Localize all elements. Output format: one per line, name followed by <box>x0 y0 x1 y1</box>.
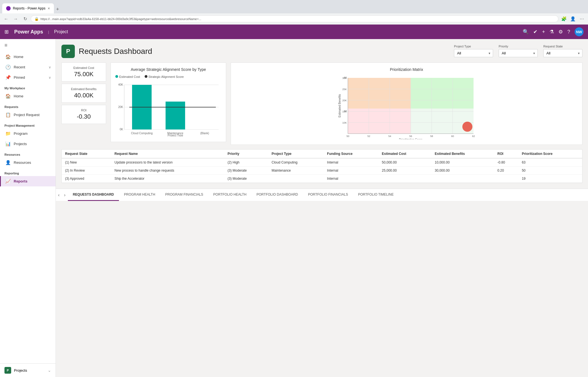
sidebar-item-project-request[interactable]: 📋 Project Request <box>0 110 56 120</box>
sidebar-item-program[interactable]: 📁 Program <box>0 128 56 139</box>
table-cell-2: (3) Moderate <box>224 167 268 175</box>
bar-maintenance[interactable] <box>166 102 185 129</box>
request-state-select[interactable]: All <box>543 49 582 57</box>
reports-icon: 📈 <box>5 179 11 184</box>
charts-kpi-row: Estimated Cost 75.00K Estimated Benefits… <box>61 63 582 145</box>
svg-text:25K: 25K <box>342 88 347 91</box>
tab-portfolio-dashboard[interactable]: PORTFOLIO DASHBOARD <box>252 189 303 201</box>
tab-nav-prev[interactable]: ‹ <box>56 189 62 201</box>
user-avatar[interactable]: NW <box>575 27 584 36</box>
sidebar-item-reports[interactable]: 📈 Reports <box>0 176 56 186</box>
svg-text:Cloud Computing: Cloud Computing <box>131 132 152 135</box>
app-header: ⊞ Power Apps | Project 🔍 ✔ + ⚗ ⚙ ? NW <box>0 25 588 39</box>
col-roi: ROI <box>494 150 518 158</box>
help-icon[interactable]: ? <box>567 29 570 35</box>
sidebar-item-projects[interactable]: 📊 Projects <box>0 139 56 149</box>
tab-program-health[interactable]: PROGRAM HEALTH <box>119 189 160 201</box>
sidebar-item-recent[interactable]: 🕐 Recent ∨ <box>0 62 56 72</box>
grid-icon[interactable]: ⊞ <box>4 29 9 35</box>
bottom-tabs: ‹ › REQUESTS DASHBOARD PROGRAM HEALTH PR… <box>56 189 588 201</box>
sidebar-item-label: Resources <box>14 160 31 165</box>
sidebar-item-resources[interactable]: 👤 Resources <box>0 157 56 168</box>
tab-favicon <box>6 6 11 11</box>
checklist-icon[interactable]: ✔ <box>533 29 537 35</box>
svg-text:54: 54 <box>388 135 391 138</box>
tab-close-button[interactable]: × <box>48 6 50 11</box>
browser-controls: ← → ↻ 🔒 https://...main.aspx?appid=edb33… <box>0 13 588 25</box>
table-cell-1: New process to handle change requests <box>111 167 224 175</box>
extensions-button[interactable]: 🧩 <box>560 15 568 23</box>
kpi-estimated-benefits-label: Estimated Benefits <box>66 87 101 91</box>
bar-chart-svg: 40K 20K 0K <box>115 81 221 136</box>
tab-portfolio-health[interactable]: PORTFOLIO HEALTH <box>208 189 252 201</box>
data-table: Request State Request Name Priority Proj… <box>62 150 582 183</box>
kpi-estimated-benefits-value: 40.00K <box>66 92 101 99</box>
kpi-estimated-cost-label: Estimated Cost <box>66 66 101 69</box>
tab-portfolio-financials[interactable]: PORTFOLIO FINANCIALS <box>303 189 353 201</box>
projects-icon: 📊 <box>5 141 11 147</box>
program-icon: 📁 <box>5 131 11 136</box>
table-cell-8: 50 <box>518 167 582 175</box>
kpi-roi: ROI -0.30 <box>61 105 106 124</box>
search-icon[interactable]: 🔍 <box>523 29 529 35</box>
matrix-bubble[interactable] <box>462 122 472 132</box>
table-cell-4: Internal <box>324 158 378 167</box>
new-tab-button[interactable]: + <box>54 5 61 13</box>
filter-icon[interactable]: ⚗ <box>549 29 554 35</box>
section-resources: Resources <box>0 149 56 157</box>
sidebar-bottom-projects[interactable]: P Projects ⌄ <box>0 363 56 377</box>
table-cell-1: Update processors to the latest version <box>111 158 224 167</box>
add-icon[interactable]: + <box>542 29 545 35</box>
active-tab[interactable]: Reports - Power Apps × <box>2 3 54 13</box>
sidebar-toggle[interactable]: ≡ <box>0 39 56 52</box>
priority-select-wrapper[interactable]: All <box>499 49 538 57</box>
svg-rect-14 <box>348 109 411 134</box>
matrix-chart-title: Prioritization Matrix <box>235 67 578 72</box>
sidebar-item-label: Recent <box>14 65 25 69</box>
sidebar-item-label: Pinned <box>14 75 25 80</box>
legend-item-alignment: Strategic Alignment Score <box>145 75 184 78</box>
request-state-select-wrapper[interactable]: All <box>543 49 582 57</box>
tab-portfolio-timeline[interactable]: PORTFOLIO TIMELINE <box>353 189 399 201</box>
col-prioritization-score: Prioritization Score <box>518 150 582 158</box>
svg-rect-13 <box>411 78 474 109</box>
tab-program-financials[interactable]: PROGRAM FINANCIALS <box>160 189 208 201</box>
back-button[interactable]: ← <box>2 15 10 23</box>
dashboard-icon: P <box>61 45 75 58</box>
url-text: https://...main.aspx?appid=edb33a4a-6158… <box>40 17 555 21</box>
filter-request-state: Request State All <box>543 45 582 57</box>
table-row[interactable]: (1) NewUpdate processors to the latest v… <box>62 158 582 167</box>
svg-text:(Blank): (Blank) <box>200 132 209 135</box>
table-cell-3: Maintenance <box>268 167 324 175</box>
project-type-select-wrapper[interactable]: All <box>454 49 493 57</box>
svg-text:40K: 40K <box>118 83 123 86</box>
dashboard-title: Requests Dashboard <box>79 47 152 56</box>
sidebar-item-home-workplace[interactable]: 🏠 Home <box>0 91 56 101</box>
bar-chart-card: Average Strategic Alignment Score by Typ… <box>111 63 226 142</box>
more-button[interactable]: ⋯ <box>578 15 586 23</box>
sidebar: ≡ 🏠 Home 🕐 Recent ∨ 📌 Pinned ∨ My Workpl… <box>0 39 56 377</box>
tab-requests-dashboard[interactable]: REQUESTS DASHBOARD <box>68 189 119 201</box>
sidebar-item-label: Home <box>14 94 23 98</box>
address-bar[interactable]: 🔒 https://...main.aspx?appid=edb33a4a-61… <box>31 15 558 22</box>
dash-title-area: P Requests Dashboard <box>61 45 448 58</box>
table-row[interactable]: (3) ApprovedShip the Accelerator(3) Mode… <box>62 175 582 183</box>
pin-icon: 📌 <box>5 75 11 80</box>
sidebar-item-pinned[interactable]: 📌 Pinned ∨ <box>0 72 56 83</box>
table-row[interactable]: (2) In ReviewNew process to handle chang… <box>62 167 582 175</box>
forward-button[interactable]: → <box>12 15 20 23</box>
header-actions: 🔍 ✔ + ⚗ ⚙ ? NW <box>523 27 584 36</box>
project-type-select[interactable]: All <box>454 49 493 57</box>
profile-button[interactable]: 👤 <box>569 15 577 23</box>
sidebar-item-label: Project Request <box>14 113 40 117</box>
kpi-roi-label: ROI <box>66 109 101 112</box>
priority-select[interactable]: All <box>499 49 538 57</box>
refresh-button[interactable]: ↻ <box>21 15 29 23</box>
filter-project-type: Project Type All <box>454 45 493 57</box>
sidebar-item-home-top[interactable]: 🏠 Home <box>0 52 56 62</box>
tab-nav-next[interactable]: › <box>62 189 68 201</box>
bar-chart-title: Average Strategic Alignment Score by Typ… <box>115 67 221 72</box>
settings-icon[interactable]: ⚙ <box>558 29 563 35</box>
projects-expand-icon: ⌄ <box>48 368 51 373</box>
recent-icon: 🕐 <box>5 64 11 70</box>
